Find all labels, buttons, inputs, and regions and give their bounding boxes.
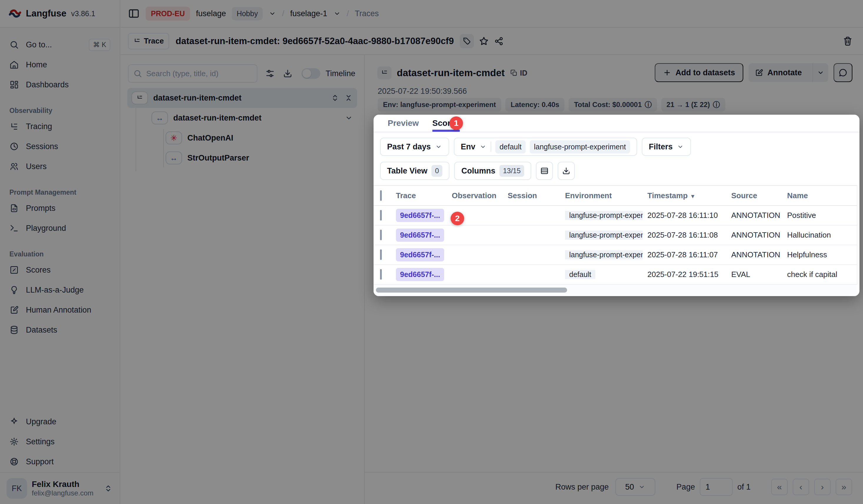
- filters-button[interactable]: Filters: [642, 138, 691, 156]
- cell-environment: langfuse-prompt-experim: [565, 230, 643, 240]
- cell-name: Postitive: [783, 211, 857, 220]
- filters-row: Past 7 days Env default langfuse-prompt-…: [380, 138, 691, 156]
- trace-id-chip[interactable]: 9ed6657f-...: [396, 268, 444, 281]
- row-checkbox[interactable]: [380, 230, 382, 240]
- cell-environment: langfuse-prompt-experim: [565, 211, 643, 220]
- table-row[interactable]: 9ed6657f-... langfuse-prompt-experim 202…: [374, 245, 857, 265]
- chevron-down-icon: [479, 143, 487, 150]
- trace-id-chip[interactable]: 9ed6657f-...: [396, 228, 444, 242]
- tutorial-marker-1: 1: [449, 116, 463, 130]
- cell-timestamp: 2025-07-28 16:11:08: [643, 230, 726, 240]
- select-all-checkbox[interactable]: [380, 190, 382, 201]
- cell-environment: default: [565, 270, 595, 279]
- scores-panel: Preview Scores Past 7 days Env default l…: [374, 115, 860, 296]
- cell-source: ANNOTATION: [726, 250, 783, 259]
- chevron-down-icon: [677, 143, 684, 150]
- table-row[interactable]: 9ed6657f-... langfuse-prompt-experim 202…: [374, 206, 857, 226]
- table-row[interactable]: 9ed6657f-... default 2025-07-22 19:51:15…: [374, 265, 857, 285]
- cell-source: EVAL: [726, 270, 783, 279]
- export-button[interactable]: [558, 162, 575, 180]
- env-filter[interactable]: Env default langfuse-prompt-experiment: [454, 138, 637, 156]
- tutorial-marker-2: 2: [451, 212, 464, 225]
- col-session[interactable]: Session: [503, 191, 560, 200]
- cell-timestamp: 2025-07-28 16:11:07: [643, 250, 726, 259]
- cell-source: ANNOTATION: [726, 230, 783, 240]
- cell-name: Helpfulness: [783, 250, 857, 259]
- trace-id-chip[interactable]: 9ed6657f-...: [396, 209, 444, 222]
- columns-count: 13/15: [499, 165, 524, 177]
- sort-desc-icon: ▼: [690, 193, 696, 199]
- row-height-button[interactable]: [536, 162, 553, 180]
- table-header: Trace Observation Session Environment Ti…: [374, 185, 857, 206]
- table-row[interactable]: 9ed6657f-... langfuse-prompt-experim 202…: [374, 226, 857, 245]
- env-value-chip: default: [495, 140, 526, 153]
- col-source[interactable]: Source: [726, 191, 783, 200]
- cell-name: check if capital: [783, 270, 857, 279]
- cell-timestamp: 2025-07-22 19:51:15: [643, 270, 726, 279]
- download-icon: [562, 166, 571, 175]
- horizontal-scrollbar-thumb[interactable]: [376, 288, 567, 293]
- cell-timestamp: 2025-07-28 16:11:10: [643, 211, 726, 220]
- env-value-chip: langfuse-prompt-experiment: [530, 140, 630, 153]
- row-checkbox[interactable]: [380, 210, 382, 220]
- date-range-filter[interactable]: Past 7 days: [380, 138, 449, 156]
- tab-preview[interactable]: Preview: [388, 115, 419, 132]
- columns-button[interactable]: Columns 13/15: [454, 162, 531, 180]
- divider: [491, 142, 491, 152]
- vertical-scrollbar-track[interactable]: [857, 185, 860, 285]
- col-observation[interactable]: Observation: [447, 191, 503, 200]
- trace-id-chip[interactable]: 9ed6657f-...: [396, 248, 444, 261]
- chevron-down-icon: [435, 143, 442, 150]
- col-environment[interactable]: Environment: [560, 191, 643, 200]
- col-trace[interactable]: Trace: [391, 191, 447, 200]
- horizontal-scrollbar-track[interactable]: [374, 285, 857, 296]
- tab-bar: Preview Scores: [374, 115, 860, 132]
- table-toolbar: Table View 0 Columns 13/15: [380, 162, 575, 180]
- rows-icon: [540, 166, 549, 175]
- cell-environment: langfuse-prompt-experim: [565, 250, 643, 259]
- row-checkbox[interactable]: [380, 269, 382, 280]
- col-timestamp[interactable]: Timestamp▼: [643, 191, 726, 200]
- row-checkbox[interactable]: [380, 249, 382, 260]
- col-name[interactable]: Name: [783, 191, 857, 200]
- table-view-count: 0: [432, 165, 442, 177]
- cell-source: ANNOTATION: [726, 211, 783, 220]
- table-view-button[interactable]: Table View 0: [380, 162, 449, 180]
- cell-name: Hallucination: [783, 230, 857, 240]
